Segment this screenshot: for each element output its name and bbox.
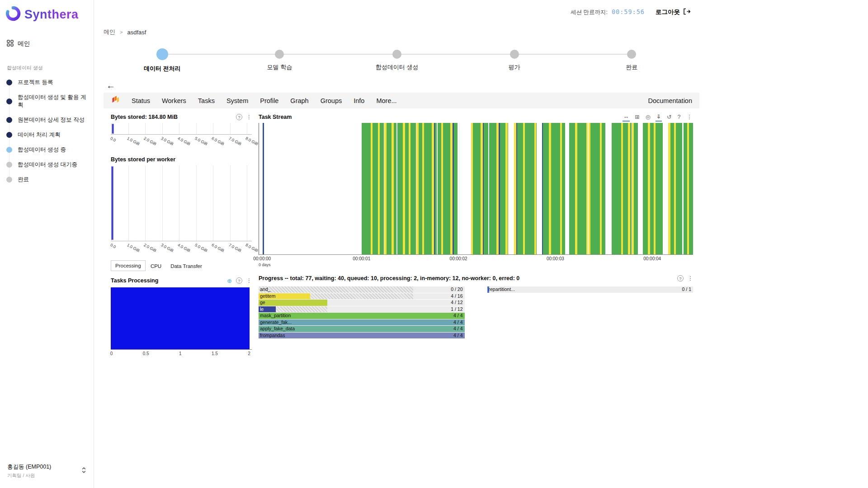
progress-count: 1 / 12 [451,306,462,313]
stepper-step[interactable]: 모델 학습 [221,46,339,79]
help-icon[interactable]: ? [236,277,242,284]
target-icon[interactable]: ⊕ [227,278,232,284]
topbar: 세션 만료까지: 00:59:56 로그아웃 [104,0,690,24]
stepper-step[interactable]: 평가 [456,46,573,79]
progress-task-name: apply_fake_data [260,326,295,332]
tab-processing[interactable]: Processing [111,260,146,271]
progress-count: 0 / 1 [682,286,691,293]
task-rect [473,123,480,254]
grid-line [128,123,129,134]
dask-nav-system[interactable]: System [226,97,248,104]
grid-line [128,165,129,241]
user-menu-chevron-icon[interactable] [81,467,86,475]
task-rect [435,123,436,254]
wheel-zoom-icon[interactable]: ⇓ [656,113,662,122]
task-rect [586,123,588,254]
help-icon[interactable]: ? [236,114,242,120]
breadcrumb-current: asdfasf [127,29,146,36]
step-label: 데이터 처리 계획 [18,131,60,139]
task-stream-title: Task Stream [259,114,292,120]
dask-nav-graph[interactable]: Graph [290,97,308,104]
logout-button[interactable]: 로그아웃 [656,8,690,16]
grid-line [247,165,247,241]
stepper-step[interactable]: 합성데이터 생성 [338,46,456,79]
step-dot-icon [6,132,12,138]
progress-count: 4 / 4 [453,313,462,319]
save-icon[interactable]: ◎ [645,113,651,121]
step-circle-icon [510,50,519,59]
progress-task-name: and_ [260,286,270,293]
main-area: 세션 만료까지: 00:59:56 로그아웃 메인 > asdfasf 데이터 … [94,0,868,488]
kebab-menu-icon[interactable]: ⋮ [688,276,693,281]
dask-nav-profile[interactable]: Profile [260,97,278,104]
grid-line [459,123,459,254]
stepper-step[interactable]: 완료 [573,46,690,79]
grid-line [247,123,247,134]
user-menu[interactable]: 홍길동 (EMP001) 기획팀 / 사원 [0,460,94,483]
task-rect [500,123,505,254]
task-rect [634,123,638,254]
dask-nav-workers[interactable]: Workers [162,97,186,104]
sidebar-step-item[interactable]: 데이터 처리 계획 [0,127,94,142]
stream-toolbar: ↔⊞◎⇓↺?⋮ [623,113,693,122]
sidebar-step-item[interactable]: 합성데이터 생성 중 [0,142,94,157]
user-role: 기획팀 / 사원 [7,473,51,479]
stepper-step-label: 합성데이터 생성 [376,63,419,71]
dask-nav-info[interactable]: Info [354,97,364,104]
help-icon[interactable]: ? [677,113,682,121]
breadcrumb-root[interactable]: 메인 [104,28,115,36]
grid-line [162,123,163,134]
dask-nav-documentation[interactable]: Documentation [648,97,692,104]
task-rect [612,123,621,254]
progress-col-right: repartitiont...0 / 1 [487,286,693,338]
sidebar-step-item[interactable]: 프로젝트 등록 [0,75,94,90]
menu-icon[interactable]: ⋮ [686,113,693,121]
progress-col-left: and_0 / 20getitem4 / 16ge4 / 12le1 / 12m… [259,286,465,338]
logo-text: Synthera [24,8,79,22]
stepper-step-label: 완료 [626,63,637,71]
sidebar-item-main[interactable]: 메인 [0,36,94,52]
app-logo[interactable]: Synthera [0,0,94,28]
kebab-menu-icon[interactable]: ⋮ [246,114,252,120]
step-circle-icon [156,48,168,60]
sidebar-step-item[interactable]: 합성데이터 생성 대기중 [0,157,94,172]
task-stream-plot[interactable] [259,123,693,255]
reset-icon[interactable]: ↺ [666,113,672,121]
pan-icon[interactable]: ↔ [623,113,630,122]
dask-nav-status[interactable]: Status [132,97,150,104]
sidebar-main-label: 메인 [18,40,30,48]
tab-cpu[interactable]: CPU [146,261,165,271]
tab-datatransfer[interactable]: Data Transfer [166,261,206,271]
help-icon[interactable]: ? [677,275,684,282]
task-rect [670,123,674,254]
axis-tick-label: 00:00:04 [643,256,661,261]
dask-nav-groups[interactable]: Groups [321,97,342,104]
box-zoom-icon[interactable]: ⊞ [634,113,640,121]
sidebar-step-item[interactable]: 원본데이터 상세 정보 작성 [0,113,94,127]
progress-count: 4 / 12 [451,300,462,306]
step-circle-icon [275,50,284,59]
dask-nav-items: StatusWorkersTasksSystemProfileGraphGrou… [132,97,397,104]
bytes-per-worker-axis: 0.01.0 GiB2.0 GiB3.0 GiB4.0 GiB5.0 GiB6.… [111,241,252,255]
sidebar-step-item[interactable]: 완료 [0,172,94,187]
step-label: 프로젝트 등록 [18,79,53,86]
sidebar-step-item[interactable]: 합성데이터 생성 및 활용 계획 [0,90,94,113]
stepper-step[interactable]: 데이터 전처리 [104,46,221,79]
dask-nav-tasks[interactable]: Tasks [198,97,215,104]
dask-nav-more[interactable]: More... [376,97,396,104]
step-dot-icon [6,177,12,183]
dask-navbar: StatusWorkersTasksSystemProfileGraphGrou… [104,93,699,108]
axis-tick-label: 0.5 [143,351,149,356]
step-label: 합성데이터 생성 중 [18,146,66,154]
task-rect [602,123,605,254]
task-rect [684,123,687,254]
axis-tick-label: 1.0 GiB [126,243,140,253]
progress-task-name: generate_fak... [260,319,292,326]
axis-tick-label: 00:00:02 [450,256,467,261]
progress-row: ge4 / 12 [259,300,465,306]
back-button[interactable]: ← [106,80,119,91]
task-stream-axis: 00:00:0000:00:0100:00:0200:00:0300:00:04 [259,255,693,262]
dask-logo-icon[interactable] [111,95,120,106]
grid-line [213,165,213,241]
kebab-menu-icon[interactable]: ⋮ [246,278,252,283]
